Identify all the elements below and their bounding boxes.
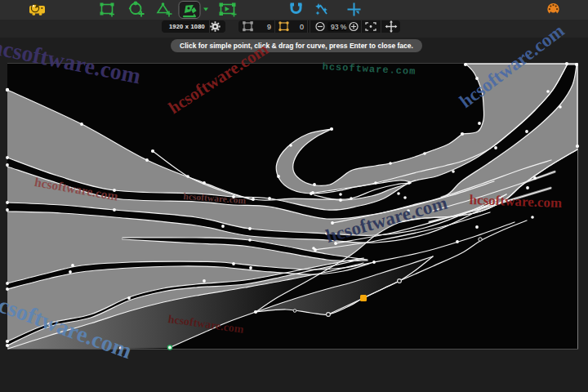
svg-text:0: 0 [300, 23, 304, 31]
svg-text:93 %: 93 % [331, 23, 347, 31]
svg-text:9: 9 [267, 23, 271, 31]
